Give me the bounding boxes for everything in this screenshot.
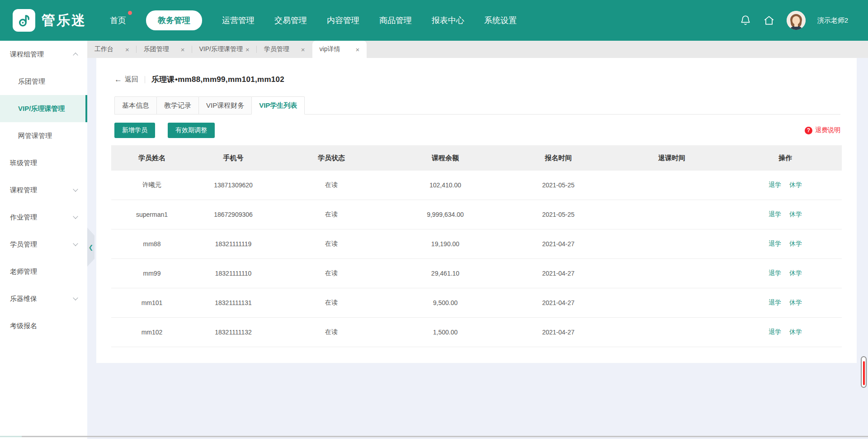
music-note-icon: [16, 13, 32, 28]
table-body: 许曦元 13871309620 在读 102,410.00 2021-05-25…: [111, 171, 842, 347]
close-icon[interactable]: ×: [181, 46, 185, 53]
tab-teaching-records[interactable]: 教学记录: [156, 96, 199, 115]
sidebar-item-online-course-mgmt[interactable]: 网管课管理: [0, 122, 87, 149]
sidebar-item-teacher-mgmt[interactable]: 老师管理: [0, 258, 87, 285]
cell-enroll-date: 2021-04-27: [502, 329, 615, 336]
col-student-name: 学员姓名: [111, 154, 193, 162]
close-icon[interactable]: ×: [355, 46, 359, 53]
add-student-button[interactable]: 新增学员: [114, 123, 155, 138]
table-row: mm88 18321111119 在读 19,190.00 2021-04-27…: [111, 229, 842, 259]
table-row: 许曦元 13871309620 在读 102,410.00 2021-05-25…: [111, 171, 842, 200]
chevron-down-icon: [73, 214, 78, 219]
cell-actions: 退学 休学: [729, 328, 842, 336]
col-quit-date: 退课时间: [615, 154, 729, 162]
nav-item-product-mgmt[interactable]: 商品管理: [379, 15, 412, 26]
cell-status: 在读: [274, 240, 389, 248]
tab-band-mgmt[interactable]: 乐团管理 ×: [137, 41, 192, 58]
withdraw-link[interactable]: 退学: [769, 240, 781, 248]
tab-vip-course-finance[interactable]: VIP课程财务: [198, 96, 252, 115]
students-table: 学员姓名 手机号 学员状态 课程余额 报名时间 退课时间 操作 许曦元 1387…: [111, 145, 842, 347]
chevron-down-icon: [73, 295, 78, 300]
cell-student-name: mm88: [111, 240, 193, 248]
suspend-link[interactable]: 休学: [789, 299, 802, 307]
sidebar-item-class-mgmt[interactable]: 班级管理: [0, 149, 87, 177]
page-title: 乐理课•mm88,mm99,mm101,mm102: [151, 74, 284, 85]
tab-student-mgmt[interactable]: 学员管理 ×: [257, 41, 312, 58]
cell-course-balance: 19,190.00: [389, 240, 502, 248]
table-row: mm101 18321111131 在读 9,500.00 2021-04-27…: [111, 288, 842, 318]
chevron-down-icon: [73, 241, 78, 246]
workspace-tabbar: 工作台 × 乐团管理 × VIP/乐理课管理 × 学员管理 × vip详情 ×: [87, 41, 868, 58]
col-course-balance: 课程余额: [389, 154, 502, 162]
nav-item-transaction-mgmt[interactable]: 交易管理: [274, 15, 307, 26]
cell-enroll-date: 2021-05-25: [502, 211, 615, 218]
suspend-link[interactable]: 休学: [789, 269, 802, 277]
table-row: superman1 18672909306 在读 9,999,634.00 20…: [111, 200, 842, 229]
withdraw-link[interactable]: 退学: [769, 269, 781, 277]
close-icon[interactable]: ×: [301, 46, 305, 53]
suspend-link[interactable]: 休学: [789, 328, 802, 336]
suspend-link[interactable]: 休学: [789, 181, 802, 189]
detail-card: ← 返回 乐理课•mm88,mm99,mm101,mm102 基本信息 教学记录…: [96, 58, 857, 363]
vertical-scrollbar-thumb[interactable]: [863, 361, 865, 385]
navbar-right: 演示老师2: [740, 11, 848, 30]
tab-vip-theory-mgmt[interactable]: VIP/乐理课管理 ×: [192, 41, 257, 58]
chevron-up-icon: [73, 52, 78, 57]
brand-name: 管乐迷: [42, 11, 86, 30]
sidebar: 课程组管理 乐团管理 VIP/乐理课管理 网管课管理 班级管理 课程管理 作业管…: [0, 41, 87, 439]
tab-workbench[interactable]: 工作台 ×: [87, 41, 137, 58]
withdraw-link[interactable]: 退学: [769, 210, 781, 219]
nav-item-academic-mgmt[interactable]: 教务管理: [146, 10, 202, 30]
sidebar-item-exam-registration[interactable]: 考级报名: [0, 312, 87, 339]
adjust-validity-button[interactable]: 有效期调整: [168, 123, 215, 138]
suspend-link[interactable]: 休学: [789, 240, 802, 248]
home-icon[interactable]: [763, 14, 775, 26]
cell-phone: 18321111131: [193, 299, 274, 306]
nav-item-operations-mgmt[interactable]: 运营管理: [222, 15, 255, 26]
detail-tabs: 基本信息 教学记录 VIP课程财务 VIP学生列表: [114, 96, 840, 115]
cell-student-name: 许曦元: [111, 181, 193, 189]
cell-status: 在读: [274, 269, 389, 277]
nav-item-home[interactable]: 首页: [110, 15, 126, 26]
tab-basic-info[interactable]: 基本信息: [114, 96, 157, 115]
nav-item-content-mgmt[interactable]: 内容管理: [327, 15, 359, 26]
page-header: ← 返回 乐理课•mm88,mm99,mm101,mm102: [96, 58, 857, 85]
sidebar-item-vip-theory-course-mgmt[interactable]: VIP/乐理课管理: [0, 95, 87, 122]
suspend-link[interactable]: 休学: [789, 210, 802, 219]
back-button[interactable]: ← 返回: [114, 75, 138, 84]
withdraw-link[interactable]: 退学: [769, 299, 781, 307]
horizontal-scrollbar-tint: [0, 436, 22, 437]
horizontal-scrollbar[interactable]: [0, 436, 868, 437]
sidebar-item-band-mgmt[interactable]: 乐团管理: [0, 68, 87, 95]
notification-dot-icon: [128, 11, 132, 15]
sidebar-item-instrument-maintenance[interactable]: 乐器维保: [0, 285, 87, 312]
cell-enroll-date: 2021-04-27: [502, 270, 615, 277]
cell-actions: 退学 休学: [729, 240, 842, 248]
sidebar-item-student-mgmt[interactable]: 学员管理: [0, 231, 87, 258]
main-nav: 首页 教务管理 运营管理 交易管理 内容管理 商品管理 报表中心 系统设置: [110, 10, 517, 30]
close-icon[interactable]: ×: [125, 46, 129, 53]
cell-course-balance: 29,461.10: [389, 270, 502, 277]
table-header: 学员姓名 手机号 学员状态 课程余额 报名时间 退课时间 操作: [111, 145, 842, 171]
withdraw-link[interactable]: 退学: [769, 181, 781, 189]
refund-note-link[interactable]: ? 退费说明: [805, 126, 840, 134]
nav-item-report-center[interactable]: 报表中心: [432, 15, 464, 26]
withdraw-link[interactable]: 退学: [769, 328, 781, 336]
chevron-down-icon: [73, 186, 78, 191]
nav-item-system-settings[interactable]: 系统设置: [484, 15, 517, 26]
close-icon[interactable]: ×: [245, 46, 250, 53]
vertical-scrollbar[interactable]: [861, 356, 867, 388]
app-logo[interactable]: [13, 9, 35, 32]
sidebar-item-homework-mgmt[interactable]: 作业管理: [0, 204, 87, 231]
cell-enroll-date: 2021-04-27: [502, 240, 615, 248]
main-content: ← 返回 乐理课•mm88,mm99,mm101,mm102 基本信息 教学记录…: [87, 58, 868, 439]
sidebar-item-course-mgmt[interactable]: 课程管理: [0, 177, 87, 204]
current-user-name[interactable]: 演示老师2: [817, 16, 848, 25]
tab-vip-student-list[interactable]: VIP学生列表: [251, 96, 305, 115]
sidebar-item-course-group-mgmt[interactable]: 课程组管理: [0, 41, 87, 68]
tab-vip-detail[interactable]: vip详情 ×: [312, 41, 367, 58]
bell-icon[interactable]: [740, 14, 751, 26]
avatar[interactable]: [787, 11, 806, 30]
toolbar: 新增学员 有效期调整 ? 退费说明: [114, 123, 840, 138]
cell-status: 在读: [274, 299, 389, 307]
